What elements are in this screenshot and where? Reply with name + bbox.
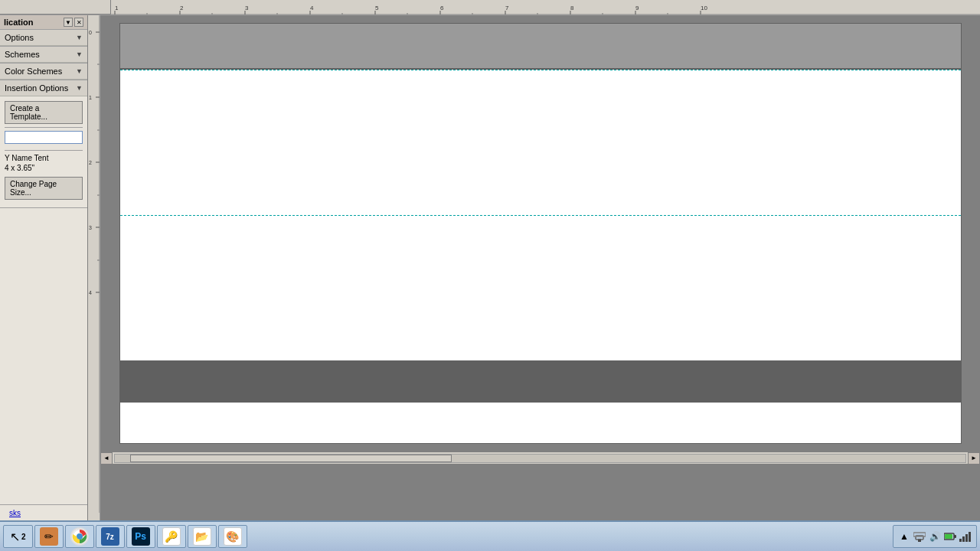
taskbar-7zip-btn[interactable]: 7z (96, 525, 125, 548)
page-lower-section (120, 215, 961, 360)
tray-expand-icon[interactable]: ▲ (898, 530, 910, 543)
main-scroll-area[interactable]: ◄ ► (100, 15, 980, 520)
tray-battery-icon[interactable] (944, 530, 956, 543)
schemes-arrow: ▼ (76, 51, 83, 58)
scrollbar-track[interactable] (114, 454, 966, 463)
page-upper-section (120, 70, 961, 215)
left-panel: lication ▼ ✕ Options ▼ Schemes ▼ (0, 15, 88, 520)
page-footer-area (120, 360, 961, 403)
system-tray: ▲ 🔊 (893, 525, 977, 548)
svg-rect-51 (954, 535, 956, 538)
canvas-with-vruler: 0 1 2 3 4 (88, 15, 980, 520)
create-template-btn[interactable]: Create a Template... (5, 101, 83, 124)
ruler-corner (0, 0, 111, 15)
tray-signal-icon[interactable] (959, 530, 972, 543)
panel-minimize-btn[interactable]: ▼ (64, 18, 73, 27)
color-schemes-arrow: ▼ (76, 67, 83, 75)
panel-close-btn[interactable]: ✕ (74, 18, 83, 27)
options-section: Options ▼ (0, 30, 87, 47)
horizontal-ruler: 1 2 3 4 5 6 7 8 9 10 (111, 0, 980, 15)
panel-footer: sks (0, 504, 87, 520)
taskbar: ↖ 2 ✏ 7z (0, 520, 980, 551)
cursor-badge: 2 (21, 533, 26, 541)
filemanager-icon: 📂 (193, 527, 211, 546)
svg-text:2: 2 (89, 160, 92, 165)
taskbar-filemanager-btn[interactable]: 📂 (188, 525, 217, 548)
taskbar-cursor-btn[interactable]: ↖ 2 (3, 525, 33, 548)
panel-bottom-area (0, 208, 87, 504)
app-container: 1 2 3 4 5 6 7 8 9 10 (0, 0, 980, 551)
insertion-options-header[interactable]: Insertion Options ▼ (0, 80, 87, 96)
svg-text:2: 2 (180, 5, 184, 11)
chrome-icon (70, 527, 89, 546)
svg-text:3: 3 (245, 5, 249, 11)
cursor-icon: ↖ (10, 530, 20, 544)
insertion-options-content: Create a Template... Y Name Tent 4 x 3.6… (0, 96, 87, 207)
taskbar-chrome-btn[interactable] (65, 525, 94, 548)
taskbar-keepass-btn[interactable]: 🔑 (157, 525, 186, 548)
horizontal-scrollbar[interactable]: ◄ ► (100, 452, 980, 464)
pen-icon: ✏ (40, 527, 58, 546)
template-size-text: 4 x 3.65" (5, 164, 83, 172)
vertical-ruler: 0 1 2 3 4 (88, 15, 100, 520)
svg-text:0: 0 (89, 30, 92, 35)
content-area: lication ▼ ✕ Options ▼ Schemes ▼ (0, 15, 980, 520)
panel-title: lication (4, 18, 34, 27)
svg-rect-54 (962, 536, 965, 542)
scrollbar-thumb[interactable] (130, 455, 452, 462)
svg-rect-56 (969, 532, 971, 542)
keepass-icon: 🔑 (162, 527, 181, 546)
scroll-left-btn[interactable]: ◄ (100, 452, 113, 465)
divider-2 (5, 150, 83, 151)
insertion-options-section: Insertion Options ▼ Create a Template...… (0, 80, 87, 208)
7zip-icon: 7z (101, 527, 119, 546)
svg-text:7: 7 (505, 5, 509, 11)
color-schemes-section: Color Schemes ▼ (0, 64, 87, 80)
scroll-right-btn[interactable]: ► (968, 452, 980, 465)
taskbar-pen-btn[interactable]: ✏ (34, 525, 64, 548)
svg-text:5: 5 (375, 5, 379, 11)
guide-line-lower (120, 215, 961, 216)
schemes-label: Schemes (5, 50, 40, 59)
ps-icon: Ps (132, 527, 150, 546)
color-schemes-label: Color Schemes (5, 67, 62, 76)
taskbar-paint-btn[interactable]: 🎨 (218, 525, 247, 548)
svg-text:6: 6 (440, 5, 444, 11)
svg-text:4: 4 (310, 5, 314, 11)
canvas-content (100, 15, 980, 452)
panel-title-bar[interactable]: lication ▼ ✕ (0, 15, 87, 30)
panel-footer-link[interactable]: sks (5, 507, 25, 519)
svg-rect-55 (965, 534, 968, 542)
svg-text:10: 10 (701, 5, 707, 11)
options-label: Options (5, 33, 34, 42)
template-name-text: Y Name Tent (5, 154, 83, 162)
tray-network-icon[interactable] (913, 530, 926, 543)
insertion-options-label: Insertion Options (5, 83, 68, 93)
taskbar-ps-btn[interactable]: Ps (126, 525, 155, 548)
svg-text:3: 3 (89, 225, 92, 230)
tray-volume-icon[interactable]: 🔊 (929, 530, 941, 543)
svg-text:1: 1 (115, 5, 119, 11)
insertion-options-arrow: ▼ (76, 84, 83, 92)
svg-rect-49 (913, 533, 926, 536)
change-page-size-btn[interactable]: Change Page Size... (5, 177, 83, 200)
schemes-section: Schemes ▼ (0, 47, 87, 64)
divider-1 (5, 127, 83, 128)
options-arrow: ▼ (76, 34, 83, 41)
options-section-header[interactable]: Options ▼ (0, 30, 87, 46)
color-schemes-header[interactable]: Color Schemes ▼ (0, 64, 87, 80)
svg-rect-52 (945, 534, 952, 539)
schemes-section-header[interactable]: Schemes ▼ (0, 47, 87, 63)
svg-text:4: 4 (89, 290, 92, 295)
vruler-svg: 0 1 2 3 4 (88, 15, 100, 513)
page-header-area (120, 24, 961, 70)
svg-text:1: 1 (89, 95, 92, 100)
ruler-svg: 1 2 3 4 5 6 7 8 9 10 (111, 0, 980, 15)
svg-rect-53 (959, 539, 962, 542)
template-name-input[interactable] (5, 131, 83, 144)
guide-line-upper (120, 70, 961, 70)
top-ruler-bar: 1 2 3 4 5 6 7 8 9 10 (0, 0, 980, 15)
paint-icon: 🎨 (224, 527, 242, 546)
document-page (119, 23, 962, 444)
svg-text:9: 9 (635, 5, 639, 11)
